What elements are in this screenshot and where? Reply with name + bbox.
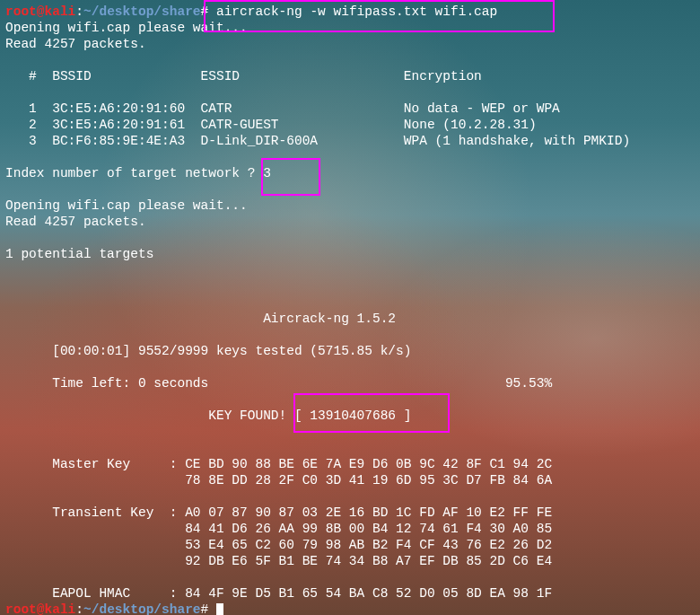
output-row2: 2 3C:E5:A6:20:91:61 CATR-GUEST None (10.… [5,118,537,132]
output-opening1: Opening wifi.cap please wait... [5,21,248,35]
output-readpackets: Read 4257 packets. [5,37,146,51]
cursor [216,603,223,615]
output-timeleft: Time left: 0 seconds 95.53% [5,376,552,391]
output-keyfound: KEY FOUND! [ 13910407686 ] [5,409,411,423]
prompt-hash: # [201,4,209,19]
prompt2-sep: : [75,602,83,615]
output-index-prompt: Index number of target network ? 3 [5,166,271,180]
prompt-user: root@kali [5,4,75,19]
prompt2-hash: # [201,602,209,615]
output-transkey1: Transient Key : A0 07 87 90 87 03 2E 16 … [5,505,552,520]
output-transkey3: 53 E4 65 C2 60 79 98 AB B2 F4 CF 43 76 E… [5,538,552,552]
output-opening2: Opening wifi.cap please wait... [5,198,248,213]
command-text: aircrack-ng -w wifipass.txt wifi.cap [208,4,497,19]
output-masterkey1: Master Key : CE BD 90 88 BE 6E 7A E9 D6 … [5,457,552,471]
output-transkey2: 84 41 D6 26 AA 99 8B 00 B4 12 74 61 F4 3… [5,522,552,536]
output-potential: 1 potential targets [5,247,153,261]
prompt2-path: ~/desktop/share [83,602,201,615]
prompt-sep: : [75,4,83,19]
prompt2-user: root@kali [5,602,75,615]
output-row1: 1 3C:E5:A6:20:91:60 CATR No data - WEP o… [5,101,560,116]
output-readpackets2: Read 4257 packets. [5,215,146,229]
prompt-path: ~/desktop/share [83,4,201,19]
terminal-output[interactable]: root@kali:~/desktop/share# aircrack-ng -… [0,0,700,615]
output-row3: 3 BC:F6:85:9E:4E:A3 D-Link_DIR-600A WPA … [5,134,630,148]
output-eapol: EAPOL HMAC : 84 4F 9E D5 B1 65 54 BA C8 … [5,586,552,601]
output-masterkey2: 78 8E DD 28 2F C0 3D 41 19 6D 95 3C D7 F… [5,473,552,488]
output-header: # BSSID ESSID Encryption [5,69,482,83]
output-title: Aircrack-ng 1.5.2 [5,312,396,326]
output-tested: [00:00:01] 9552/9999 keys tested (5715.8… [5,344,411,358]
output-transkey4: 92 DB E6 5F B1 BE 74 34 B8 A7 EF DB 85 2… [5,554,552,568]
